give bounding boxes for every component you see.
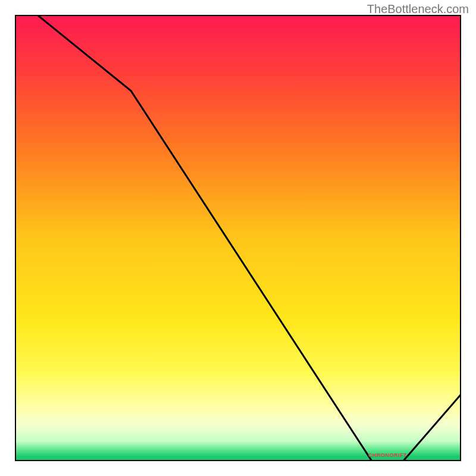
watermark-text: TheBottleneck.com: [367, 2, 469, 16]
gradient-background: [15, 15, 461, 461]
bottleneck-chart: CHRONORIFT: [15, 15, 461, 461]
chart-container: CHRONORIFT: [15, 15, 461, 461]
label-on-curve: CHRONORIFT: [368, 452, 407, 458]
